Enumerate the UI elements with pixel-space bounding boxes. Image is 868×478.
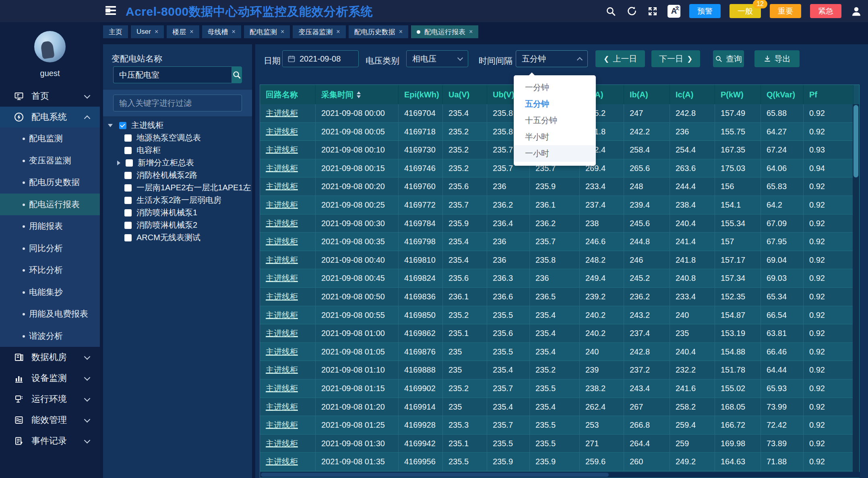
alarm-badge-2[interactable]: 一般12 — [730, 4, 761, 18]
tab-配电历史数据[interactable]: 配电历史数据× — [349, 25, 408, 38]
sidebar-subitem-电能集抄[interactable]: 电能集抄 — [0, 281, 100, 303]
circuit-name-link[interactable]: 主进线柜 — [260, 177, 316, 196]
horizontal-scrollbar-thumb[interactable] — [261, 473, 609, 477]
tree-node-主进线柜[interactable]: 主进线柜 — [103, 119, 252, 132]
query-button[interactable]: 查询 — [713, 50, 744, 67]
interval-option-五分钟[interactable]: 五分钟 — [514, 96, 595, 112]
prev-day-button[interactable]: ❮上一日 — [595, 50, 645, 67]
sidebar-subitem-用能报表[interactable]: 用能报表 — [0, 215, 100, 237]
checkbox-unchecked[interactable] — [124, 197, 132, 204]
sort-icon[interactable] — [357, 89, 361, 100]
circuit-name-link[interactable]: 主进线柜 — [260, 123, 316, 141]
interval-option-半小时[interactable]: 半小时 — [514, 129, 595, 145]
tree-node-ARCM无线表测试[interactable]: ARCM无线表测试 — [103, 231, 252, 244]
checkbox-unchecked[interactable] — [124, 222, 132, 229]
sidebar-subitem-配电运行报表[interactable]: 配电运行报表 — [0, 194, 100, 216]
circuit-name-link[interactable]: 主进线柜 — [260, 343, 316, 361]
tab-母线槽[interactable]: 母线槽× — [202, 25, 241, 38]
checkbox-checked[interactable] — [119, 122, 126, 129]
tab-变压器监测[interactable]: 变压器监测× — [293, 25, 345, 38]
circuit-name-link[interactable]: 主进线柜 — [260, 104, 316, 122]
tab-User[interactable]: User× — [131, 25, 164, 38]
tree-node-新增分立柜总表[interactable]: 新增分立柜总表 — [103, 157, 252, 169]
sidebar-subitem-环比分析[interactable]: 环比分析 — [0, 259, 100, 281]
export-button[interactable]: 导出 — [754, 50, 800, 67]
circuit-name-link[interactable]: 主进线柜 — [260, 453, 316, 471]
checkbox-unchecked[interactable] — [124, 147, 132, 154]
close-icon[interactable]: × — [336, 28, 340, 35]
close-icon[interactable]: × — [190, 28, 193, 35]
tree-filter-input[interactable] — [113, 95, 242, 111]
sidebar-item-设备监测[interactable]: 设备监测 — [0, 368, 100, 389]
circuit-name-link[interactable]: 主进线柜 — [260, 324, 316, 342]
close-icon[interactable]: × — [399, 28, 403, 35]
checkbox-unchecked[interactable] — [124, 234, 132, 241]
station-search-input[interactable] — [113, 66, 231, 83]
station-search-button[interactable] — [231, 66, 242, 83]
checkbox-unchecked[interactable] — [126, 159, 133, 167]
refresh-icon[interactable] — [626, 5, 638, 17]
circuit-name-link[interactable]: 主进线柜 — [260, 416, 316, 434]
sidebar-item-配电系统[interactable]: 配电系统 — [0, 107, 100, 128]
fullscreen-icon[interactable] — [647, 5, 659, 17]
alarm-badge-4[interactable]: 紧急 — [810, 4, 841, 18]
checkbox-unchecked[interactable] — [124, 134, 132, 142]
checkbox-unchecked[interactable] — [124, 209, 132, 216]
sidebar-item-首页[interactable]: 首页 — [0, 86, 100, 107]
tree-node-一层南1APE2右一层北1APE1左[interactable]: 一层南1APE2右一层北1APE1左 — [103, 181, 252, 194]
date-picker[interactable]: 2021-09-08 — [282, 50, 359, 67]
tree-node-消防喷淋机械泵2[interactable]: 消防喷淋机械泵2 — [103, 219, 252, 231]
close-icon[interactable]: × — [232, 28, 236, 35]
circuit-name-link[interactable]: 主进线柜 — [260, 141, 316, 159]
close-icon[interactable]: × — [281, 28, 284, 35]
tab-楼层[interactable]: 楼层× — [167, 25, 199, 38]
tree-node-消防喷淋机械泵1[interactable]: 消防喷淋机械泵1 — [103, 206, 252, 219]
alarm-badge-1[interactable]: 预警 — [689, 4, 721, 18]
sidebar-collapse-icon[interactable] — [105, 5, 118, 16]
sidebar-item-数据机房[interactable]: 数据机房 — [0, 347, 100, 368]
circuit-name-link[interactable]: 主进线柜 — [260, 435, 316, 453]
interval-option-一小时[interactable]: 一小时 — [514, 145, 595, 162]
sidebar-subitem-配电监测[interactable]: 配电监测 — [0, 128, 100, 150]
column-header-采集时间[interactable]: 采集时间 — [316, 85, 399, 104]
sidebar-item-事件记录[interactable]: 事件记录 — [0, 431, 100, 451]
sidebar-item-运行环境[interactable]: 运行环境 — [0, 389, 100, 410]
tree-node-消防栓机械泵2路[interactable]: 消防栓机械泵2路 — [103, 169, 252, 181]
sidebar-item-能效管理[interactable]: 能效管理 — [0, 410, 100, 431]
circuit-name-link[interactable]: 主进线柜 — [260, 398, 316, 416]
close-icon[interactable]: × — [469, 28, 473, 35]
circuit-name-link[interactable]: 主进线柜 — [260, 269, 316, 287]
circuit-name-link[interactable]: 主进线柜 — [260, 251, 316, 269]
checkbox-unchecked[interactable] — [124, 172, 132, 179]
tree-node-地源热泵空调总表[interactable]: 地源热泵空调总表 — [103, 132, 252, 144]
sidebar-subitem-配电历史数据[interactable]: 配电历史数据 — [0, 171, 100, 194]
translate-icon[interactable]: A文 — [668, 5, 680, 18]
alarm-badge-3[interactable]: 重要 — [770, 4, 801, 18]
tab-主页[interactable]: 主页 — [103, 25, 128, 38]
tab-配电监测[interactable]: 配电监测× — [244, 25, 290, 38]
interval-select[interactable]: 五分钟 — [516, 50, 588, 67]
close-icon[interactable]: × — [155, 28, 158, 35]
circuit-name-link[interactable]: 主进线柜 — [260, 379, 316, 398]
circuit-name-link[interactable]: 主进线柜 — [260, 288, 316, 306]
next-day-button[interactable]: 下一日❯ — [651, 50, 700, 67]
circuit-name-link[interactable]: 主进线柜 — [260, 196, 316, 214]
interval-option-一分钟[interactable]: 一分钟 — [514, 79, 595, 96]
circuit-name-link[interactable]: 主进线柜 — [260, 214, 316, 233]
circuit-name-link[interactable]: 主进线柜 — [260, 361, 316, 379]
checkbox-unchecked[interactable] — [124, 184, 132, 192]
expand-arrow-icon[interactable] — [108, 124, 113, 130]
voltage-type-select[interactable]: 相电压 — [406, 50, 468, 67]
sidebar-subitem-变压器监测[interactable]: 变压器监测 — [0, 150, 100, 172]
circuit-name-link[interactable]: 主进线柜 — [260, 306, 316, 324]
sidebar-subitem-用能及电费报表[interactable]: 用能及电费报表 — [0, 303, 100, 325]
vertical-scrollbar-thumb[interactable] — [854, 105, 858, 177]
tree-node-生活水泵2路一层弱电房[interactable]: 生活水泵2路一层弱电房 — [103, 194, 252, 206]
circuit-name-link[interactable]: 主进线柜 — [260, 159, 316, 177]
tree-node-电容柜[interactable]: 电容柜 — [103, 144, 252, 157]
user-icon[interactable] — [850, 5, 862, 17]
expand-arrow-icon[interactable] — [117, 161, 123, 165]
sidebar-subitem-同比分析[interactable]: 同比分析 — [0, 237, 100, 260]
interval-option-十五分钟[interactable]: 十五分钟 — [514, 112, 595, 129]
sidebar-subitem-谐波分析[interactable]: 谐波分析 — [0, 325, 100, 347]
